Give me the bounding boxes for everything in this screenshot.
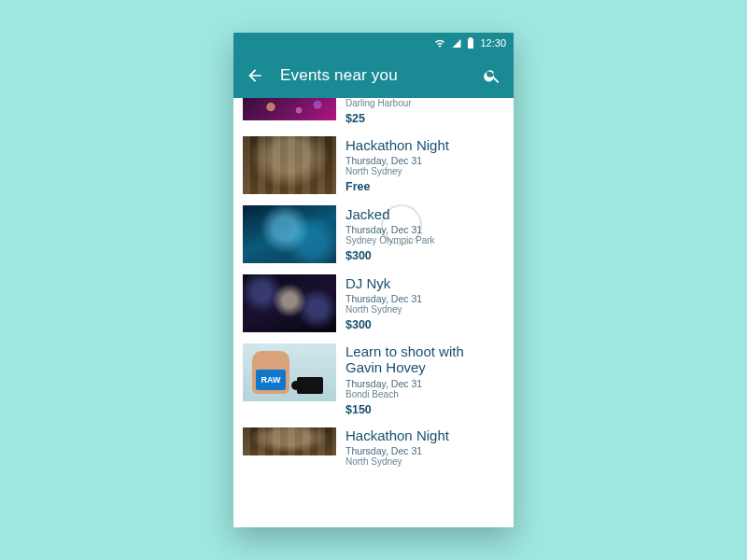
back-button[interactable]	[245, 65, 265, 86]
event-price: Free	[345, 180, 504, 193]
event-item[interactable]: DJ NykThursday, Dec 31North Sydney$300	[233, 269, 514, 338]
event-item[interactable]: Darling Harbour$25	[233, 98, 514, 131]
wifi-icon	[434, 38, 445, 48]
event-meta: Hackathon NightThursday, Dec 31North Syd…	[345, 136, 504, 194]
event-thumbnail	[243, 343, 336, 401]
event-title: Hackathon Night	[345, 427, 504, 443]
event-price: $25	[345, 112, 504, 125]
event-price: $300	[345, 318, 504, 331]
event-meta: Learn to shoot with Gavin HoveyThursday,…	[345, 343, 504, 416]
events-list[interactable]: Darling Harbour$25Hackathon NightThursda…	[233, 98, 514, 527]
event-title: Hackathon Night	[345, 137, 504, 153]
event-location: North Sydney	[345, 166, 504, 176]
phone-frame: 12:30 Events near you Darling Harbour$25…	[233, 33, 514, 527]
battery-icon	[467, 37, 474, 49]
event-item[interactable]: Learn to shoot with Gavin HoveyThursday,…	[233, 338, 514, 422]
search-button[interactable]	[482, 65, 502, 86]
event-location: Darling Harbour	[345, 98, 504, 108]
event-price: $300	[345, 249, 504, 262]
event-thumbnail	[243, 205, 336, 263]
app-bar: Events near you	[233, 53, 514, 98]
event-item[interactable]: Hackathon NightThursday, Dec 31North Syd…	[233, 131, 514, 200]
event-location: Bondi Beach	[345, 389, 504, 399]
event-meta: Darling Harbour$25	[345, 98, 504, 125]
event-meta: JackedThursday, Dec 31Sydney Olympic Par…	[345, 205, 504, 263]
event-location: North Sydney	[345, 456, 504, 467]
clock: 12:30	[480, 37, 506, 49]
event-date: Thursday, Dec 31	[345, 445, 504, 456]
event-title: Learn to shoot with Gavin Hovey	[345, 343, 504, 376]
event-date: Thursday, Dec 31	[345, 293, 504, 304]
cell-signal-icon	[451, 38, 461, 48]
event-date: Thursday, Dec 31	[345, 378, 504, 389]
event-item[interactable]: JackedThursday, Dec 31Sydney Olympic Par…	[233, 200, 514, 269]
event-date: Thursday, Dec 31	[345, 224, 504, 235]
event-price: $150	[345, 403, 504, 416]
event-location: Sydney Olympic Park	[345, 235, 504, 245]
event-thumbnail	[243, 98, 336, 120]
event-thumbnail	[243, 274, 336, 332]
event-title: Jacked	[345, 206, 504, 222]
event-meta: Hackathon NightThursday, Dec 31North Syd…	[345, 427, 504, 467]
page-title: Events near you	[280, 66, 482, 85]
event-thumbnail	[243, 427, 336, 455]
event-date: Thursday, Dec 31	[345, 155, 504, 166]
event-location: North Sydney	[345, 304, 504, 315]
event-thumbnail	[243, 136, 336, 194]
event-title: DJ Nyk	[345, 275, 504, 291]
event-item[interactable]: Hackathon NightThursday, Dec 31North Syd…	[233, 422, 514, 472]
event-meta: DJ NykThursday, Dec 31North Sydney$300	[345, 274, 504, 332]
status-bar: 12:30	[233, 33, 514, 53]
